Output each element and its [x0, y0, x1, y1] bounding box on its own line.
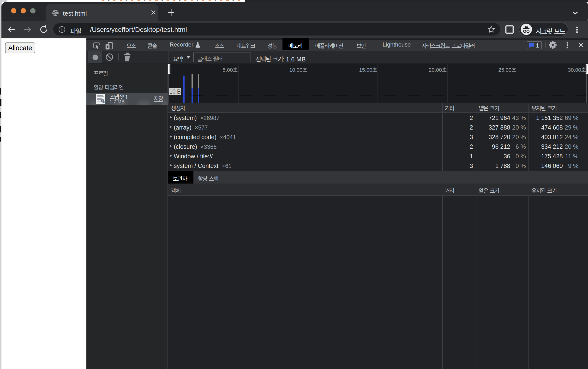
svg-text:%: %	[101, 99, 105, 104]
